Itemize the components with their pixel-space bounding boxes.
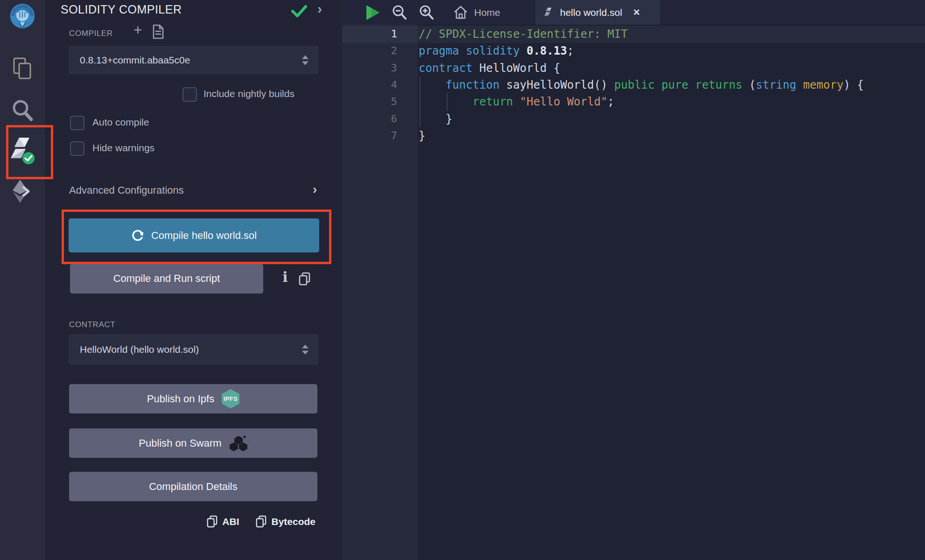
code-line: } — [419, 127, 425, 144]
auto-compile-label[interactable]: Auto compile — [92, 117, 149, 128]
file-explorer-icon[interactable] — [0, 56, 45, 82]
compiler-docs-icon[interactable] — [152, 24, 164, 39]
ipfs-icon: IPFS — [222, 389, 239, 409]
refresh-icon — [131, 229, 144, 242]
remix-ide-window: SOLIDITY COMPILER › COMPILER + 0.8.13+co… — [0, 0, 925, 560]
code-line: } — [419, 111, 452, 127]
publish-on-ipfs-button[interactable]: Publish on Ipfs IPFS — [69, 384, 317, 413]
line-number: 2 — [342, 42, 397, 59]
solidity-compiler-panel: SOLIDITY COMPILER › COMPILER + 0.8.13+co… — [45, 0, 343, 560]
swarm-icon — [229, 435, 248, 452]
compile-and-run-button[interactable]: Compile and Run script — [70, 264, 263, 294]
copy-icon[interactable] — [299, 272, 310, 286]
panel-expand-chevron-icon[interactable]: › — [317, 1, 322, 17]
include-nightly-checkbox[interactable] — [182, 87, 197, 102]
code-line: pragma solidity 0.8.13; — [419, 42, 574, 59]
remix-logo-icon[interactable] — [0, 3, 45, 32]
compile-button-label: Compile hello world.sol — [151, 230, 257, 242]
remix-logo — [8, 3, 36, 32]
line-number: 1 — [342, 26, 397, 42]
publish-ipfs-label: Publish on Ipfs — [147, 393, 214, 405]
compiler-section-label: COMPILER — [69, 29, 113, 38]
run-script-icon[interactable] — [364, 0, 381, 25]
publish-on-swarm-button[interactable]: Publish on Swarm — [69, 428, 317, 458]
publish-swarm-label: Publish on Swarm — [139, 437, 221, 449]
add-custom-compiler-icon[interactable]: + — [133, 21, 142, 39]
code-line: // SPDX-License-Identifier: MIT — [419, 26, 628, 42]
home-icon — [453, 5, 468, 20]
info-icon[interactable]: i — [278, 269, 292, 288]
code-editor[interactable]: 1// SPDX-License-Identifier: MIT2pragma … — [342, 25, 925, 560]
bytecode-label: Bytecode — [271, 516, 315, 527]
close-tab-icon[interactable]: ✕ — [633, 7, 640, 18]
solidity-file-icon — [544, 7, 554, 19]
compile-button[interactable]: Compile hello world.sol — [69, 218, 319, 252]
hide-warnings-checkbox[interactable] — [70, 141, 84, 156]
compiler-version-select[interactable]: 0.8.13+commit.abaa5c0e — [69, 46, 318, 74]
contract-select-value: HelloWorld (hello world.sol) — [70, 344, 199, 355]
code-line: return "Hello World"; — [419, 93, 614, 110]
copy-abi-button[interactable]: ABI — [207, 515, 239, 528]
auto-compile-checkbox[interactable] — [70, 116, 84, 130]
compile-success-check-icon — [291, 5, 307, 18]
advanced-chevron-icon: › — [313, 182, 317, 197]
compilation-details-button[interactable]: Compilation Details — [69, 472, 317, 501]
code-line: function sayHelloWorld() public pure ret… — [419, 77, 864, 93]
tab-home[interactable]: Home — [453, 0, 500, 25]
zoom-in-icon[interactable] — [419, 0, 434, 25]
search-icon[interactable] — [0, 97, 45, 124]
editor-area: Home hello world.sol ✕ 1// SPDX-License-… — [342, 0, 925, 560]
advanced-configurations-label: Advanced Configurations — [69, 184, 184, 196]
copy-icon — [256, 515, 266, 528]
editor-tab-bar: Home hello world.sol ✕ — [342, 0, 925, 25]
icon-sidebar — [0, 0, 45, 560]
copy-bytecode-button[interactable]: Bytecode — [256, 515, 315, 528]
code-line: contract HelloWorld { — [419, 60, 560, 77]
abi-label: ABI — [222, 516, 239, 527]
tab-hello-world-sol[interactable]: hello world.sol ✕ — [535, 0, 661, 25]
contract-select[interactable]: HelloWorld (hello world.sol) — [69, 335, 318, 364]
abi-bytecode-row: ABI Bytecode — [207, 515, 315, 528]
copy-icon — [207, 515, 217, 528]
line-number: 4 — [342, 77, 397, 93]
line-number: 5 — [342, 93, 397, 110]
deploy-and-run-icon[interactable] — [0, 178, 45, 204]
line-number: 7 — [342, 127, 397, 144]
select-arrows-icon — [302, 345, 308, 355]
line-number: 3 — [342, 60, 397, 77]
solidity-compiler-sidebar-icon[interactable] — [0, 135, 45, 166]
include-nightly-label[interactable]: Include nightly builds — [203, 88, 294, 99]
home-tab-label: Home — [474, 7, 500, 18]
active-tab-label: hello world.sol — [560, 7, 622, 18]
compilation-details-label: Compilation Details — [149, 481, 238, 493]
line-number: 6 — [342, 111, 397, 127]
compile-and-run-label: Compile and Run script — [113, 273, 220, 285]
zoom-out-icon[interactable] — [392, 0, 407, 25]
panel-title: SOLIDITY COMPILER — [61, 3, 182, 16]
select-arrows-icon — [302, 55, 308, 65]
compiler-version-value: 0.8.13+commit.abaa5c0e — [70, 55, 190, 66]
hide-warnings-label[interactable]: Hide warnings — [92, 142, 154, 154]
contract-section-label: CONTRACT — [69, 320, 115, 329]
advanced-configurations-toggle[interactable]: Advanced Configurations › — [69, 183, 317, 198]
